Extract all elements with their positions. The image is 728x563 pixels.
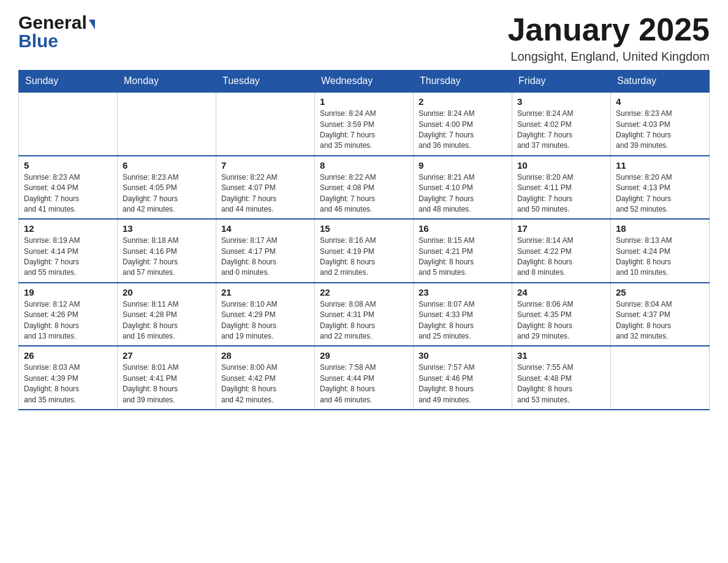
logo: General Blue — [18, 12, 95, 52]
day-number: 27 — [123, 350, 211, 361]
day-info: Sunrise: 8:07 AMSunset: 4:33 PMDaylight:… — [419, 299, 507, 342]
month-title: January 2025 — [507, 12, 710, 47]
day-info: Sunrise: 8:20 AMSunset: 4:11 PMDaylight:… — [517, 172, 605, 215]
table-row: 26Sunrise: 8:03 AMSunset: 4:39 PMDayligh… — [19, 346, 118, 410]
day-number: 23 — [419, 287, 507, 297]
day-info: Sunrise: 8:24 AMSunset: 4:02 PMDaylight:… — [517, 109, 605, 151]
day-info: Sunrise: 8:13 AMSunset: 4:24 PMDaylight:… — [616, 236, 704, 278]
table-row — [19, 92, 118, 156]
col-wednesday: Wednesday — [315, 71, 414, 93]
table-row — [118, 92, 216, 156]
day-info: Sunrise: 8:08 AMSunset: 4:31 PMDaylight:… — [320, 299, 408, 342]
day-info: Sunrise: 8:15 AMSunset: 4:21 PMDaylight:… — [419, 236, 507, 278]
table-row: 29Sunrise: 7:58 AMSunset: 4:44 PMDayligh… — [315, 346, 414, 410]
col-tuesday: Tuesday — [216, 71, 315, 93]
day-number: 17 — [517, 223, 605, 234]
table-row: 4Sunrise: 8:23 AMSunset: 4:03 PMDaylight… — [611, 92, 710, 156]
table-row — [611, 346, 710, 410]
day-number: 5 — [24, 160, 112, 170]
table-row: 7Sunrise: 8:22 AMSunset: 4:07 PMDaylight… — [216, 156, 315, 220]
day-number: 13 — [123, 223, 211, 234]
logo-arrow-icon — [89, 20, 95, 29]
table-row: 9Sunrise: 8:21 AMSunset: 4:10 PMDaylight… — [414, 156, 512, 220]
day-info: Sunrise: 8:20 AMSunset: 4:13 PMDaylight:… — [616, 172, 704, 215]
day-number: 26 — [24, 350, 112, 361]
table-row: 12Sunrise: 8:19 AMSunset: 4:14 PMDayligh… — [19, 219, 118, 283]
col-thursday: Thursday — [414, 71, 512, 93]
calendar-header-row: Sunday Monday Tuesday Wednesday Thursday… — [19, 71, 710, 93]
table-row: 28Sunrise: 8:00 AMSunset: 4:42 PMDayligh… — [216, 346, 315, 410]
table-row: 2Sunrise: 8:24 AMSunset: 4:00 PMDaylight… — [414, 92, 512, 156]
day-number: 7 — [221, 160, 309, 170]
day-number: 18 — [616, 223, 704, 234]
table-row: 22Sunrise: 8:08 AMSunset: 4:31 PMDayligh… — [315, 283, 414, 347]
table-row: 15Sunrise: 8:16 AMSunset: 4:19 PMDayligh… — [315, 219, 414, 283]
calendar-week-row: 5Sunrise: 8:23 AMSunset: 4:04 PMDaylight… — [19, 156, 710, 220]
day-info: Sunrise: 8:17 AMSunset: 4:17 PMDaylight:… — [221, 236, 309, 278]
day-number: 30 — [419, 350, 507, 361]
table-row: 24Sunrise: 8:06 AMSunset: 4:35 PMDayligh… — [512, 283, 611, 347]
day-number: 25 — [616, 287, 704, 297]
day-info: Sunrise: 8:18 AMSunset: 4:16 PMDaylight:… — [123, 236, 211, 278]
day-number: 15 — [320, 223, 408, 234]
day-info: Sunrise: 8:10 AMSunset: 4:29 PMDaylight:… — [221, 299, 309, 342]
day-number: 24 — [517, 287, 605, 297]
day-info: Sunrise: 7:57 AMSunset: 4:46 PMDaylight:… — [419, 362, 507, 405]
day-info: Sunrise: 8:14 AMSunset: 4:22 PMDaylight:… — [517, 236, 605, 278]
day-info: Sunrise: 8:23 AMSunset: 4:03 PMDaylight:… — [616, 109, 704, 151]
calendar-week-row: 1Sunrise: 8:24 AMSunset: 3:59 PMDaylight… — [19, 92, 710, 156]
day-info: Sunrise: 8:06 AMSunset: 4:35 PMDaylight:… — [517, 299, 605, 342]
day-info: Sunrise: 8:04 AMSunset: 4:37 PMDaylight:… — [616, 299, 704, 342]
day-number: 28 — [221, 350, 309, 361]
table-row: 5Sunrise: 8:23 AMSunset: 4:04 PMDaylight… — [19, 156, 118, 220]
table-row: 30Sunrise: 7:57 AMSunset: 4:46 PMDayligh… — [414, 346, 512, 410]
day-number: 2 — [419, 96, 507, 107]
table-row: 23Sunrise: 8:07 AMSunset: 4:33 PMDayligh… — [414, 283, 512, 347]
day-info: Sunrise: 8:01 AMSunset: 4:41 PMDaylight:… — [123, 362, 211, 405]
day-number: 31 — [517, 350, 605, 361]
day-info: Sunrise: 8:22 AMSunset: 4:08 PMDaylight:… — [320, 172, 408, 215]
calendar-week-row: 26Sunrise: 8:03 AMSunset: 4:39 PMDayligh… — [19, 346, 710, 410]
day-number: 11 — [616, 160, 704, 170]
day-number: 6 — [123, 160, 211, 170]
table-row: 14Sunrise: 8:17 AMSunset: 4:17 PMDayligh… — [216, 219, 315, 283]
table-row: 19Sunrise: 8:12 AMSunset: 4:26 PMDayligh… — [19, 283, 118, 347]
day-info: Sunrise: 8:24 AMSunset: 3:59 PMDaylight:… — [320, 109, 408, 151]
day-info: Sunrise: 8:21 AMSunset: 4:10 PMDaylight:… — [419, 172, 507, 215]
day-info: Sunrise: 7:55 AMSunset: 4:48 PMDaylight:… — [517, 362, 605, 405]
table-row: 31Sunrise: 7:55 AMSunset: 4:48 PMDayligh… — [512, 346, 611, 410]
table-row: 21Sunrise: 8:10 AMSunset: 4:29 PMDayligh… — [216, 283, 315, 347]
table-row: 20Sunrise: 8:11 AMSunset: 4:28 PMDayligh… — [118, 283, 216, 347]
table-row: 25Sunrise: 8:04 AMSunset: 4:37 PMDayligh… — [611, 283, 710, 347]
day-info: Sunrise: 8:11 AMSunset: 4:28 PMDaylight:… — [123, 299, 211, 342]
col-monday: Monday — [118, 71, 216, 93]
day-info: Sunrise: 8:12 AMSunset: 4:26 PMDaylight:… — [24, 299, 112, 342]
day-info: Sunrise: 8:23 AMSunset: 4:04 PMDaylight:… — [24, 172, 112, 215]
table-row: 10Sunrise: 8:20 AMSunset: 4:11 PMDayligh… — [512, 156, 611, 220]
day-number: 9 — [419, 160, 507, 170]
col-friday: Friday — [512, 71, 611, 93]
day-info: Sunrise: 7:58 AMSunset: 4:44 PMDaylight:… — [320, 362, 408, 405]
day-number: 14 — [221, 223, 309, 234]
day-number: 12 — [24, 223, 112, 234]
day-info: Sunrise: 8:23 AMSunset: 4:05 PMDaylight:… — [123, 172, 211, 215]
day-number: 16 — [419, 223, 507, 234]
table-row: 27Sunrise: 8:01 AMSunset: 4:41 PMDayligh… — [118, 346, 216, 410]
table-row: 13Sunrise: 8:18 AMSunset: 4:16 PMDayligh… — [118, 219, 216, 283]
page-header: General Blue January 2025 Longsight, Eng… — [18, 12, 710, 64]
day-number: 20 — [123, 287, 211, 297]
table-row: 1Sunrise: 8:24 AMSunset: 3:59 PMDaylight… — [315, 92, 414, 156]
day-info: Sunrise: 8:16 AMSunset: 4:19 PMDaylight:… — [320, 236, 408, 278]
table-row: 8Sunrise: 8:22 AMSunset: 4:08 PMDaylight… — [315, 156, 414, 220]
table-row: 3Sunrise: 8:24 AMSunset: 4:02 PMDaylight… — [512, 92, 611, 156]
day-number: 3 — [517, 96, 605, 107]
day-number: 10 — [517, 160, 605, 170]
day-number: 8 — [320, 160, 408, 170]
table-row: 16Sunrise: 8:15 AMSunset: 4:21 PMDayligh… — [414, 219, 512, 283]
day-number: 19 — [24, 287, 112, 297]
logo-general: General — [18, 12, 87, 33]
title-section: January 2025 Longsight, England, United … — [507, 12, 710, 64]
day-info: Sunrise: 8:19 AMSunset: 4:14 PMDaylight:… — [24, 236, 112, 278]
day-number: 22 — [320, 287, 408, 297]
day-number: 21 — [221, 287, 309, 297]
